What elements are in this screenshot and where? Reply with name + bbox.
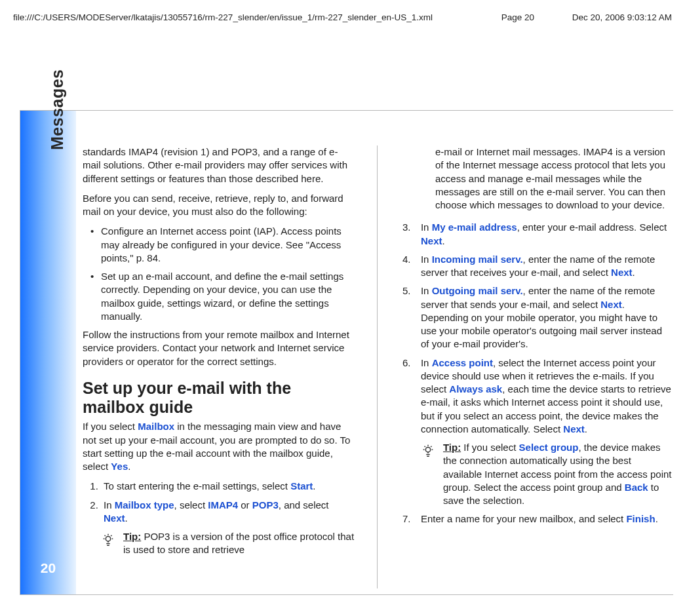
header-path: file:///C:/USERS/MODEServer/lkatajis/130… xyxy=(13,12,433,24)
ui-term-finish: Finish xyxy=(626,513,655,524)
section-label: Messages xyxy=(47,69,69,150)
ui-term-next: Next xyxy=(104,512,125,524)
list-item: In Mailbox type, select IMAP4 or POP3, a… xyxy=(101,499,355,526)
list-item: Configure an Internet access point (IAP)… xyxy=(94,225,355,265)
ui-term-incoming-mail-serv: Incoming mail serv. xyxy=(432,254,523,265)
ui-term-start: Start xyxy=(290,480,313,491)
tip-block: Tip: POP3 is a version of the post offic… xyxy=(101,530,355,557)
svg-line-15 xyxy=(431,446,431,447)
tip-label: Tip: xyxy=(123,531,141,542)
ui-term-mailbox-type: Mailbox type xyxy=(115,499,174,510)
tip-icon xyxy=(101,533,115,547)
list-item: Set up an e-mail account, and define the… xyxy=(94,270,355,323)
ui-term-access-point: Access point xyxy=(432,357,493,368)
content-area: standards IMAP4 (revision 1) and POP3, a… xyxy=(83,145,672,588)
list-item: In Access point, select the Internet acc… xyxy=(400,356,672,508)
ui-term-pop3: POP3 xyxy=(252,499,279,510)
separator-bottom xyxy=(76,594,673,595)
ui-term-next: Next xyxy=(600,299,622,310)
ordered-steps-continued: In My e-mail address, enter your e-mail … xyxy=(400,221,672,526)
section-heading: Set up your e-mail with the mailbox guid… xyxy=(83,379,355,417)
list-item: In Outgoing mail serv., enter the name o… xyxy=(400,284,672,351)
ui-term-imap4: IMAP4 xyxy=(208,499,238,510)
list-item: To start entering the e-mail settings, s… xyxy=(101,480,355,493)
body-text: If you select Mailbox in the messaging m… xyxy=(83,420,355,473)
header-page: Page 20 xyxy=(501,12,534,24)
header-timestamp: Dec 20, 2006 9:03:12 AM xyxy=(572,12,672,24)
separator-top xyxy=(76,110,673,111)
tip-block: Tip: If you select Select group, the dev… xyxy=(421,441,672,507)
svg-line-14 xyxy=(424,446,425,447)
list-item: Enter a name for your new mailbox, and s… xyxy=(400,512,672,526)
svg-point-0 xyxy=(106,537,110,541)
ui-term-my-email-address: My e-mail address xyxy=(432,221,517,233)
body-text: standards IMAP4 (revision 1) and POP3, a… xyxy=(83,145,355,185)
ui-term-mailbox: Mailbox xyxy=(138,421,174,432)
tip-text: Tip: If you select Select group, the dev… xyxy=(443,441,672,507)
svg-line-6 xyxy=(111,535,111,536)
ui-term-always-ask: Always ask xyxy=(449,383,502,395)
ui-term-next: Next xyxy=(563,423,585,434)
ui-term-back: Back xyxy=(625,482,648,493)
column-divider xyxy=(377,145,378,588)
ui-term-next: Next xyxy=(611,267,633,278)
tip-icon xyxy=(421,444,435,458)
tip-label: Tip: xyxy=(443,442,461,453)
ui-term-outgoing-mail-serv: Outgoing mail serv. xyxy=(432,285,523,296)
ui-term-next: Next xyxy=(421,235,442,246)
body-text: Follow the instructions from your remote… xyxy=(83,328,355,368)
list-item: In My e-mail address, enter your e-mail … xyxy=(400,221,672,248)
ordered-steps: To start entering the e-mail settings, s… xyxy=(83,480,355,525)
sidebar: Messages 20 xyxy=(20,110,76,595)
ui-term-select-group: Select group xyxy=(519,442,579,453)
bullet-list: Configure an Internet access point (IAP)… xyxy=(83,225,355,323)
left-column: standards IMAP4 (revision 1) and POP3, a… xyxy=(83,145,355,588)
page-number: 20 xyxy=(20,559,76,577)
ui-term-yes: Yes xyxy=(111,461,128,472)
tip-continuation: e-mail or Internet mail messages. IMAP4 … xyxy=(400,145,672,212)
tip-text: Tip: POP3 is a version of the post offic… xyxy=(123,530,355,557)
list-item: In Incoming mail serv., enter the name o… xyxy=(400,253,672,280)
svg-line-5 xyxy=(105,535,106,536)
body-text: Before you can send, receive, retrieve, … xyxy=(83,192,355,219)
svg-point-9 xyxy=(425,448,430,452)
page-root: file:///C:/USERS/MODEServer/lkatajis/130… xyxy=(0,0,685,616)
right-column: e-mail or Internet mail messages. IMAP4 … xyxy=(400,145,672,588)
